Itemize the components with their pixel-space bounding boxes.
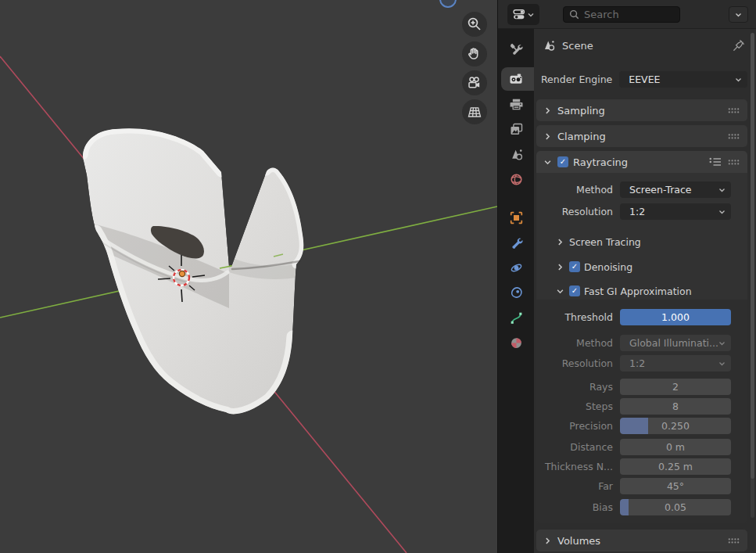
scene-icon <box>543 39 555 52</box>
precision-value: 0.250 <box>661 420 690 432</box>
panel-sampling[interactable]: Sampling <box>536 99 747 121</box>
tab-tool[interactable] <box>498 37 534 60</box>
subpanel-screen-tracing[interactable]: Screen Tracing <box>536 233 747 250</box>
wrench-icon <box>510 236 523 250</box>
screen-tracing-label: Screen Tracing <box>569 236 641 248</box>
gi-method-dropdown[interactable]: Global Illuminati... <box>620 335 731 351</box>
fast-gi-checkbox[interactable]: ✓ <box>569 285 580 296</box>
denoising-label: Denoising <box>584 261 632 273</box>
gi-method-value: Global Illuminati... <box>620 337 718 349</box>
steps-field[interactable]: 8 <box>620 398 731 415</box>
breadcrumb-scene[interactable]: Scene <box>562 40 733 52</box>
subpanel-fast-gi[interactable]: ✓ Fast GI Approximation <box>536 282 747 300</box>
thickness-field[interactable]: 0.25 m <box>620 458 731 475</box>
raytracing-resolution-row: Resolution 1:2 <box>543 203 731 220</box>
tab-constraints[interactable] <box>498 281 534 304</box>
precision-row: Precision 0.250 <box>543 418 731 434</box>
physics-orbit-icon <box>510 261 523 275</box>
bias-label: Bias <box>543 501 620 513</box>
gi-resolution-value: 1:2 <box>620 357 718 369</box>
steps-label: Steps <box>543 400 620 412</box>
threshold-label: Threshold <box>543 311 620 323</box>
grip-icon[interactable] <box>728 537 740 544</box>
search-input[interactable]: Search <box>563 6 680 23</box>
threshold-slider[interactable]: 1.000 <box>620 309 731 325</box>
header-options-button[interactable] <box>729 6 748 23</box>
viewport-pan-button[interactable] <box>462 41 487 66</box>
viewport-perspective-button[interactable] <box>462 99 487 124</box>
grip-icon[interactable] <box>728 107 740 114</box>
pin-icon[interactable] <box>733 39 745 52</box>
resolution-label: Resolution <box>543 206 620 217</box>
rays-field[interactable]: 2 <box>620 379 731 395</box>
gi-method-row: Method Global Illuminati... <box>543 335 731 351</box>
fast-gi-content: Threshold 1.000 Method Global Illuminati… <box>536 300 747 523</box>
far-row: Far 45° <box>543 478 731 494</box>
chevron-right-icon <box>557 239 564 246</box>
distance-label: Distance <box>543 441 620 453</box>
raytracing-resolution-dropdown[interactable]: 1:2 <box>620 203 731 220</box>
editor-type-button[interactable] <box>507 4 539 25</box>
object-icon <box>510 211 523 224</box>
tab-material[interactable] <box>498 331 534 354</box>
distance-row: Distance 0 m <box>543 439 731 455</box>
chevron-right-icon <box>544 107 551 114</box>
chevron-down-icon <box>528 13 534 17</box>
gi-resolution-label: Resolution <box>543 357 620 369</box>
grip-icon[interactable] <box>728 159 740 166</box>
precision-slider[interactable]: 0.250 <box>620 418 731 434</box>
panel-raytracing: ✓ Raytracing Method Screen-Trace <box>536 151 747 523</box>
tab-modifiers[interactable] <box>498 231 534 254</box>
tab-render[interactable] <box>498 67 534 91</box>
world-globe-icon <box>510 173 523 186</box>
raytracing-method-row: Method Screen-Trace <box>543 181 731 198</box>
search-placeholder: Search <box>584 9 619 20</box>
chevron-down-icon <box>718 188 726 192</box>
resolution-value: 1:2 <box>620 206 718 217</box>
gi-resolution-dropdown[interactable]: 1:2 <box>620 355 731 372</box>
raytracing-checkbox[interactable]: ✓ <box>557 156 568 167</box>
tab-object[interactable] <box>498 206 534 229</box>
gi-resolution-row: Resolution 1:2 <box>543 355 731 372</box>
render-properties-panel: Scene Render Engine EEVEE <box>534 29 756 553</box>
tab-output[interactable] <box>498 92 534 116</box>
render-engine-row: Render Engine EEVEE <box>541 71 747 88</box>
viewport-camera-button[interactable] <box>462 70 487 95</box>
constraint-icon <box>510 286 523 300</box>
far-field[interactable]: 45° <box>620 478 731 494</box>
subpanel-denoising[interactable]: ✓ Denoising <box>536 258 747 275</box>
grip-icon[interactable] <box>728 133 740 140</box>
chevron-down-icon <box>735 77 742 82</box>
properties-scrollbar[interactable] <box>751 33 754 518</box>
3d-viewport[interactable] <box>0 0 497 553</box>
tab-scene[interactable] <box>498 142 534 166</box>
denoising-checkbox[interactable]: ✓ <box>569 261 580 272</box>
render-engine-dropdown[interactable]: EEVEE <box>619 71 747 88</box>
properties-tab-strip <box>498 29 534 553</box>
far-value: 45° <box>667 480 684 492</box>
raytracing-method-dropdown[interactable]: Screen-Trace <box>620 181 731 198</box>
panel-raytracing-header[interactable]: ✓ Raytracing <box>536 151 747 173</box>
tab-physics[interactable] <box>498 256 534 279</box>
chevron-right-icon <box>557 264 564 271</box>
panel-clamping[interactable]: Clamping <box>536 125 747 147</box>
distance-field[interactable]: 0 m <box>620 439 731 455</box>
tab-object-data[interactable] <box>498 306 534 329</box>
tab-world[interactable] <box>498 167 534 191</box>
method-label: Method <box>543 184 620 196</box>
panel-raytracing-label: Raytracing <box>573 156 703 168</box>
chevron-down-icon <box>735 13 742 17</box>
gi-method-label: Method <box>543 337 620 349</box>
rays-label: Rays <box>543 381 620 393</box>
chevron-down-icon <box>557 288 564 295</box>
panel-volumes[interactable]: Volumes <box>536 530 747 551</box>
images-stack-icon <box>510 123 523 136</box>
threshold-row: Threshold 1.000 <box>543 309 731 325</box>
bias-slider-fill <box>620 499 629 515</box>
tab-view-layer[interactable] <box>498 117 534 141</box>
bias-slider[interactable]: 0.05 <box>620 499 731 515</box>
viewport-zoom-button[interactable] <box>462 12 487 37</box>
rays-value: 2 <box>672 381 679 393</box>
panel-sampling-label: Sampling <box>557 105 722 117</box>
presets-icon[interactable] <box>709 157 722 167</box>
